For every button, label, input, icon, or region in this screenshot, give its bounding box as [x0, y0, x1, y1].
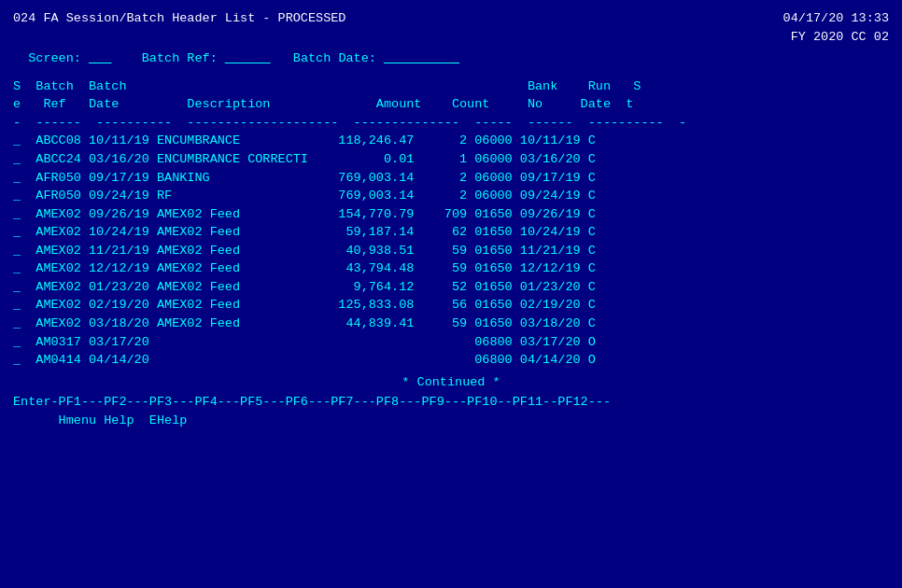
pf-keys: Enter-PF1---PF2---PF3---PF4---PF5---PF6-… — [13, 393, 889, 412]
terminal-window: 024 FA Session/Batch Header List - PROCE… — [0, 0, 902, 588]
header-row: 024 FA Session/Batch Header List - PROCE… — [13, 9, 889, 28]
table-row: _ AM0414 04/14/20 06800 04/14/20 O — [13, 351, 889, 370]
pf-menu: Hmenu Help EHelp — [13, 412, 889, 430]
table-row: _ ABCC08 10/11/19 ENCUMBRANCE 118,246.47… — [13, 132, 889, 150]
screen-row: Screen: ___ Batch Ref: ______ Batch Date… — [13, 49, 889, 68]
table-row: _ AMEX02 09/26/19 AMEX02 Feed 154,770.79… — [13, 205, 889, 224]
table-row: _ AMEX02 03/18/20 AMEX02 Feed 44,839.41 … — [13, 315, 889, 333]
batchdate-value[interactable]: __________ — [384, 51, 459, 65]
table-row: _ AMEX02 11/21/19 AMEX02 Feed 40,938.51 … — [13, 242, 889, 260]
batchref-label: Batch Ref: — [119, 51, 224, 65]
col-headers: S Batch Batch Bank Run S e Ref Date Desc… — [13, 77, 889, 133]
table-row: _ AFR050 09/17/19 BANKING 769,003.14 2 0… — [13, 169, 889, 188]
title: 024 FA Session/Batch Header List - PROCE… — [13, 9, 345, 28]
table-row: _ AMEX02 10/24/19 AMEX02 Feed 59,187.14 … — [13, 223, 889, 242]
table-row: _ ABCC24 03/16/20 ENCUMBRANCE CORRECTI 0… — [13, 150, 889, 169]
table-row: _ AMEX02 12/12/19 AMEX02 Feed 43,794.48 … — [13, 259, 889, 278]
screen-value[interactable]: ___ — [89, 51, 111, 65]
datetime: 04/17/20 13:33 — [783, 9, 889, 28]
screen-label: Screen: — [13, 51, 89, 65]
col-header-row2: e Ref Date Description Amount Count No D… — [13, 95, 889, 114]
col-divider: - ------ ---------- --------------------… — [13, 114, 889, 133]
pf-function-row: Enter-PF1---PF2---PF3---PF4---PF5---PF6-… — [13, 393, 889, 429]
table-row: _ AMEX02 02/19/20 AMEX02 Feed 125,833.08… — [13, 296, 889, 315]
table-row: _ AMEX02 01/23/20 AMEX02 Feed 9,764.12 5… — [13, 278, 889, 297]
table-row: _ AFR050 09/24/19 RF 769,003.14 2 06000 … — [13, 187, 889, 205]
col-header-row1: S Batch Batch Bank Run S — [13, 77, 889, 96]
data-table: _ ABCC08 10/11/19 ENCUMBRANCE 118,246.47… — [13, 132, 889, 369]
batchref-value[interactable]: ______ — [225, 51, 271, 65]
batchdate-label: Batch Date: — [278, 51, 384, 65]
fy-cc: FY 2020 CC 02 — [791, 30, 889, 44]
table-row: _ AM0317 03/17/20 06800 03/17/20 O — [13, 333, 889, 352]
continued-label: * Continued * — [13, 373, 889, 392]
